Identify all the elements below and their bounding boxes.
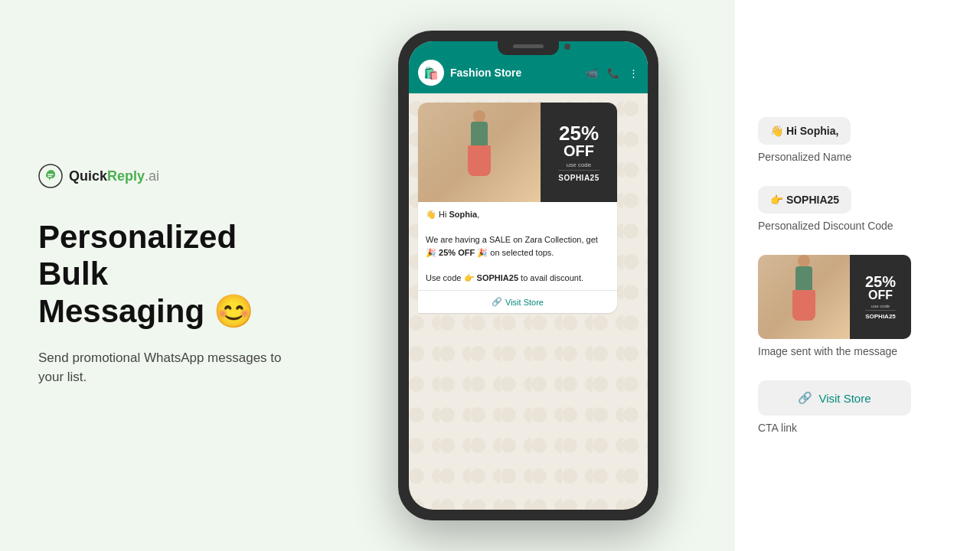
image-left — [418, 103, 541, 202]
thumb-fashion-figure — [785, 255, 823, 339]
message-bubble: 25% OFF use code SOPHIA25 👋 Hi Sophia, W… — [418, 103, 617, 313]
chat-area: 25% OFF use code SOPHIA25 👋 Hi Sophia, W… — [409, 93, 648, 510]
figure-body — [471, 122, 488, 148]
feature-cta: 🔗 Visit Store CTA link — [758, 380, 957, 434]
cta-link-icon: 🔗 — [798, 391, 812, 405]
thumb-image-left — [758, 255, 850, 339]
phone-shell: 🛍️ Fashion Store 📹 📞 ⋮ — [398, 31, 658, 520]
thumb-image-right: 25% OFF use code SOPHIA25 — [850, 255, 911, 339]
store-avatar: 🛍️ — [418, 60, 444, 86]
message-text: 👋 Hi Sophia, We are having a SALE on Zar… — [418, 202, 617, 290]
feature-personalized-name: 👋 Hi Sophia, Personalized Name — [758, 117, 957, 163]
figure-head — [473, 110, 485, 122]
discount-use-label: use code — [567, 161, 591, 168]
thumb-pct: 25% — [865, 274, 896, 289]
message-cta[interactable]: 🔗 Visit Store — [418, 290, 617, 313]
main-heading: Personalized Bulk Messaging 😊 — [38, 219, 283, 330]
image-right: 25% OFF use code SOPHIA25 — [541, 103, 617, 202]
figure-skirt — [468, 145, 491, 176]
personalized-name-badge: 👋 Hi Sophia, — [758, 117, 851, 145]
header-icons: 📹 📞 ⋮ — [586, 67, 639, 79]
discount-code-badge: 👉 SOPHIA25 — [758, 186, 851, 214]
quickreply-logo-icon — [38, 164, 63, 188]
left-panel: QuickReply.ai Personalized Bulk Messagin… — [0, 0, 322, 551]
thumb-use: use code — [871, 304, 890, 308]
phone-icon: 📞 — [607, 67, 619, 79]
logo-text: QuickReply.ai — [69, 168, 159, 184]
discount-off: OFF — [564, 143, 594, 158]
video-icon: 📹 — [586, 67, 598, 79]
cta-badge[interactable]: 🔗 Visit Store — [758, 380, 911, 416]
thumb-off: OFF — [868, 289, 893, 302]
phone-mockup: 🛍️ Fashion Store 📹 📞 ⋮ — [398, 31, 658, 520]
thumb-skirt — [792, 290, 815, 321]
sub-text: Send promotional WhatsApp messages to yo… — [38, 348, 283, 387]
phone-camera — [564, 44, 570, 50]
image-thumbnail: 25% OFF use code SOPHIA25 — [758, 255, 911, 339]
thumb-code: SOPHIA25 — [865, 310, 896, 320]
feature-image: 25% OFF use code SOPHIA25 Image sent wit… — [758, 255, 957, 357]
logo: QuickReply.ai — [38, 164, 283, 188]
phone-screen: 🛍️ Fashion Store 📹 📞 ⋮ — [409, 41, 648, 510]
fashion-figure — [460, 110, 498, 194]
cta-label: CTA link — [758, 422, 957, 434]
phone-notch — [498, 41, 559, 55]
thumb-head — [798, 255, 810, 267]
discount-percentage: 25% — [559, 123, 599, 143]
store-name: Fashion Store — [450, 67, 580, 79]
external-link-icon: 🔗 — [492, 297, 502, 307]
thumb-body — [795, 266, 812, 293]
message-image: 25% OFF use code SOPHIA25 — [418, 103, 617, 202]
discount-code: SOPHIA25 — [558, 170, 599, 182]
personalized-name-label: Personalized Name — [758, 151, 957, 163]
image-label: Image sent with the message — [758, 345, 957, 357]
phone-speaker — [513, 44, 544, 48]
discount-code-label: Personalized Discount Code — [758, 220, 957, 232]
feature-discount-code: 👉 SOPHIA25 Personalized Discount Code — [758, 186, 957, 232]
right-panel: 👋 Hi Sophia, Personalized Name 👉 SOPHIA2… — [735, 0, 980, 551]
center-panel: 🛍️ Fashion Store 📹 📞 ⋮ — [322, 0, 735, 551]
menu-icon: ⋮ — [629, 67, 639, 79]
